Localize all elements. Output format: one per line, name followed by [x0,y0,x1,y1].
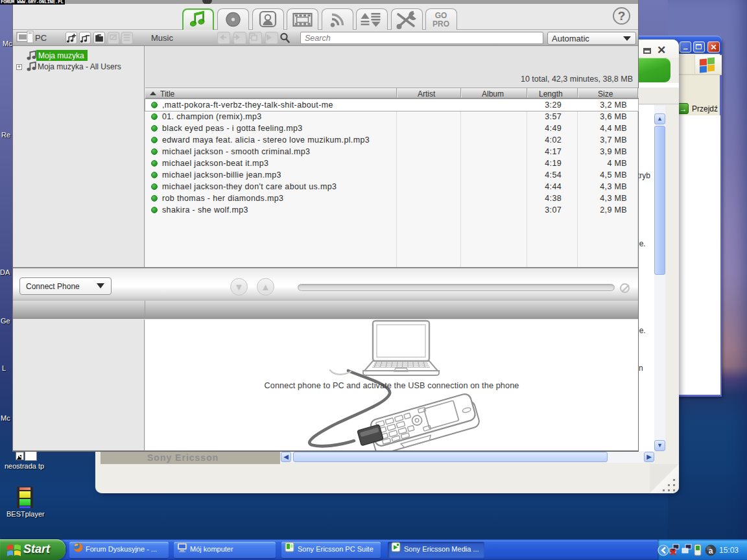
svg-text:a: a [709,546,713,555]
svg-text:PRO: PRO [433,19,449,29]
svg-text:GO: GO [435,11,447,20]
